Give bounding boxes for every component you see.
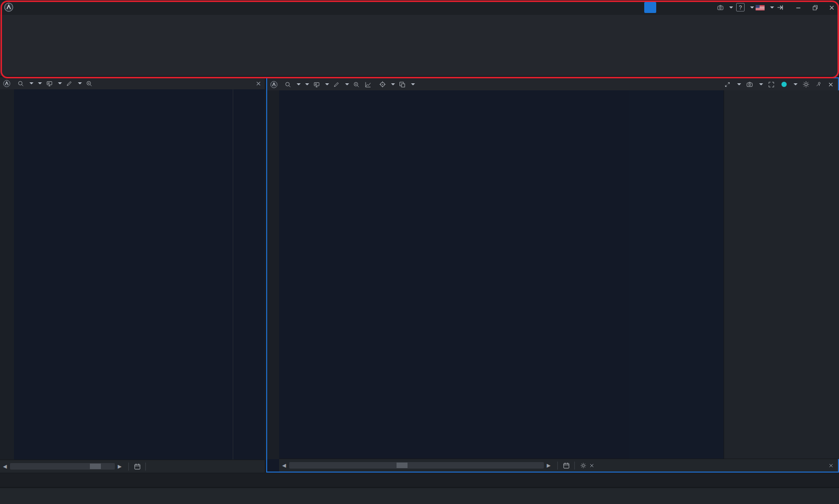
screens-icon[interactable] (312, 80, 321, 88)
settings-gear-icon[interactable] (802, 80, 810, 88)
lots-select[interactable] (304, 83, 309, 85)
drawing-caret[interactable] (78, 82, 82, 84)
screens-caret[interactable] (325, 83, 329, 85)
pin-panel-icon[interactable] (814, 80, 823, 88)
minimize-icon[interactable] (793, 3, 803, 12)
close-panel-icon[interactable] (827, 80, 835, 88)
search-icon[interactable] (16, 79, 25, 87)
status-caret[interactable] (794, 83, 798, 85)
drawing-tools-icon[interactable] (65, 79, 73, 87)
sessions-calendar-icon[interactable] (133, 463, 141, 471)
left-scrollbar[interactable] (10, 463, 115, 470)
screens-caret[interactable] (58, 82, 62, 84)
panel-logo-icon (3, 80, 10, 87)
mid-chart-header (267, 78, 838, 90)
screens-icon[interactable] (45, 79, 53, 87)
upgrade-platform-button[interactable] (644, 2, 656, 13)
search-icon[interactable] (284, 80, 292, 88)
status-circle-icon[interactable] (780, 80, 788, 88)
fullscreen-icon[interactable] (767, 80, 776, 88)
chart-window-middle: ◀ ▶ (266, 77, 839, 473)
timeframe-select[interactable] (28, 82, 33, 84)
zoom-in-icon[interactable] (352, 80, 361, 88)
screenshot-caret[interactable] (725, 3, 735, 12)
chart-trader-close-icon[interactable] (827, 462, 835, 470)
timeframe-select[interactable] (295, 83, 301, 85)
chart-window-left: ◀ ▶ (0, 77, 265, 473)
camera-caret[interactable] (759, 83, 763, 85)
scroll-right-icon[interactable]: ▶ (544, 463, 554, 468)
dom-heatmap-canvas[interactable] (443, 90, 629, 459)
language-flag-icon[interactable] (755, 3, 765, 12)
collapse-panel-icon[interactable] (723, 80, 732, 88)
screenshot-icon[interactable] (715, 3, 725, 12)
dom-trader-close-icon[interactable] (587, 462, 596, 470)
titlebar: ? (0, 0, 839, 15)
drawing-caret[interactable] (345, 83, 349, 85)
target-caret[interactable] (391, 83, 395, 85)
mid-left-sidebar (267, 90, 279, 459)
ribbon-toolbar (0, 30, 839, 76)
layout-caret[interactable] (411, 83, 415, 85)
ribbon (0, 15, 839, 76)
layout-panels-icon[interactable] (398, 80, 407, 88)
target-icon[interactable] (378, 80, 387, 88)
close-window-icon[interactable] (827, 3, 837, 12)
chart-trader-panel (724, 90, 839, 459)
collapse-caret[interactable] (737, 83, 741, 85)
sessions-calendar-icon[interactable] (562, 462, 570, 470)
scroll-left-icon[interactable]: ◀ (279, 463, 289, 468)
left-time-axis[interactable] (14, 449, 233, 459)
left-drawing-toolbar (0, 89, 14, 473)
camera-icon[interactable] (745, 80, 754, 88)
pin-window-icon[interactable] (775, 3, 785, 12)
cluster-chart-canvas[interactable] (279, 90, 443, 459)
atas-application: ? ◀ ▶ (0, 0, 839, 504)
left-chart-header (0, 77, 265, 89)
close-panel-icon[interactable] (254, 79, 263, 87)
left-scrollbar-row: ◀ ▶ (0, 460, 265, 473)
language-caret[interactable] (766, 3, 776, 12)
status-bar (0, 488, 839, 504)
scroll-right-icon[interactable]: ▶ (115, 464, 125, 469)
left-chart-canvas[interactable] (14, 89, 233, 473)
mid-scrollbar-row: ◀ ▶ (279, 459, 838, 472)
lots-select[interactable] (36, 82, 42, 84)
help-caret[interactable] (746, 3, 756, 12)
dom-trader-gear-icon[interactable] (579, 462, 587, 470)
panel-logo-icon (270, 81, 278, 88)
left-price-axis[interactable] (233, 89, 265, 473)
zoom-in-icon[interactable] (85, 79, 93, 87)
restore-window-icon[interactable] (810, 3, 820, 12)
help-icon[interactable]: ? (736, 3, 745, 11)
dom-price-ladder[interactable] (629, 90, 724, 459)
mid-scrollbar[interactable] (289, 462, 544, 469)
bottom-tabs-bar (0, 474, 839, 487)
drawing-tools-icon[interactable] (332, 80, 341, 88)
scroll-left-icon[interactable]: ◀ (0, 464, 10, 469)
atas-logo-icon (4, 2, 13, 12)
indicators-icon[interactable] (364, 80, 372, 88)
